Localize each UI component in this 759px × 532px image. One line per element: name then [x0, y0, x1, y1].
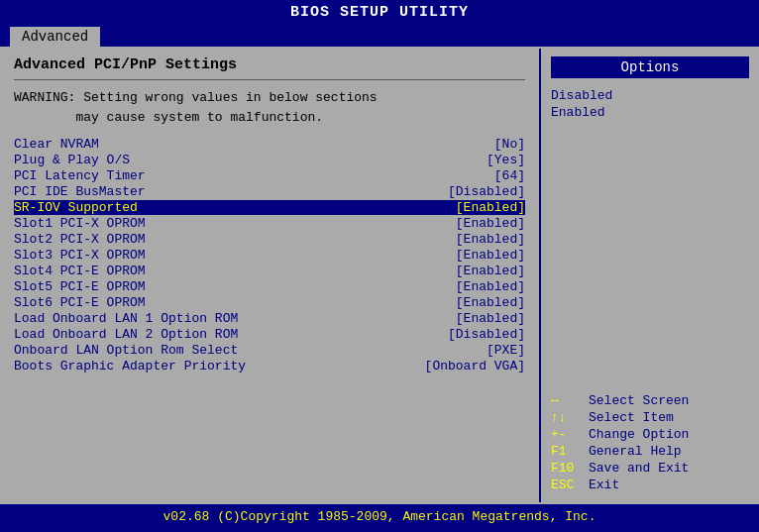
- panel-title: Advanced PCI/PnP Settings: [14, 56, 525, 73]
- key-desc-select-item: Select Item: [589, 410, 674, 425]
- key-sym-arrows: ↔: [551, 393, 581, 408]
- warning-text: WARNING: Setting wrong values in below s…: [14, 88, 525, 127]
- menu-item-lan-select[interactable]: Onboard LAN Option Rom Select [PXE]: [14, 343, 525, 358]
- footer: v02.68 (C)Copyright 1985-2009, American …: [0, 502, 759, 529]
- key-row-save-exit: F10 Save and Exit: [551, 461, 749, 476]
- left-panel: Advanced PCI/PnP Settings WARNING: Setti…: [0, 49, 541, 502]
- key-row-esc: ESC Exit: [551, 478, 749, 492]
- menu-item-slot6[interactable]: Slot6 PCI-E OPROM [Enabled]: [14, 295, 525, 310]
- menu-item-sr-iov[interactable]: SR-IOV Supported [Enabled]: [14, 200, 525, 215]
- key-desc-select-screen: Select Screen: [589, 393, 689, 408]
- key-row-general-help: F1 General Help: [551, 444, 749, 459]
- key-desc-save-exit: Save and Exit: [589, 461, 689, 476]
- key-help: ↔ Select Screen ↑↓ Select Item +- Change…: [551, 393, 749, 494]
- key-desc-general-help: General Help: [589, 444, 682, 459]
- options-header: Options: [551, 56, 749, 78]
- key-sym-plusminus: +-: [551, 427, 581, 442]
- menu-item-slot4[interactable]: Slot4 PCI-E OPROM [Enabled]: [14, 264, 525, 278]
- right-panel: Options Disabled Enabled ↔ Select Screen…: [541, 49, 759, 502]
- key-row-change-option: +- Change Option: [551, 427, 749, 442]
- footer-text: v02.68 (C)Copyright 1985-2009, American …: [163, 509, 596, 524]
- key-row-select-item: ↑↓ Select Item: [551, 410, 749, 425]
- menu-item-boots-graphic[interactable]: Boots Graphic Adapter Priority [Onboard …: [14, 359, 525, 373]
- key-sym-f10: F10: [551, 461, 581, 476]
- menu-item-lan2[interactable]: Load Onboard LAN 2 Option ROM [Disabled]: [14, 327, 525, 342]
- menu-list: Clear NVRAM [No] Plug & Play O/S [Yes] P…: [14, 137, 525, 373]
- panel-divider: [14, 79, 525, 80]
- menu-item-lan1[interactable]: Load Onboard LAN 1 Option ROM [Enabled]: [14, 311, 525, 326]
- menu-item-slot2[interactable]: Slot2 PCI-X OPROM [Enabled]: [14, 232, 525, 247]
- tab-row: Advanced: [0, 25, 759, 47]
- key-sym-updown: ↑↓: [551, 410, 581, 425]
- menu-item-clear-nvram[interactable]: Clear NVRAM [No]: [14, 137, 525, 152]
- option-enabled: Enabled: [551, 105, 749, 120]
- title-bar: BIOS SETUP UTILITY: [0, 0, 759, 25]
- menu-item-slot1[interactable]: Slot1 PCI-X OPROM [Enabled]: [14, 216, 525, 231]
- menu-item-slot5[interactable]: Slot5 PCI-E OPROM [Enabled]: [14, 279, 525, 294]
- key-row-select-screen: ↔ Select Screen: [551, 393, 749, 408]
- tab-advanced[interactable]: Advanced: [10, 27, 100, 47]
- menu-item-pci-ide[interactable]: PCI IDE BusMaster [Disabled]: [14, 184, 525, 199]
- menu-item-pci-latency[interactable]: PCI Latency Timer [64]: [14, 168, 525, 183]
- key-desc-esc: Exit: [589, 478, 619, 492]
- main-content: Advanced PCI/PnP Settings WARNING: Setti…: [0, 47, 759, 502]
- key-sym-esc: ESC: [551, 478, 581, 492]
- menu-item-slot3[interactable]: Slot3 PCI-X OPROM [Enabled]: [14, 248, 525, 263]
- key-sym-f1: F1: [551, 444, 581, 459]
- menu-item-plug-play[interactable]: Plug & Play O/S [Yes]: [14, 153, 525, 167]
- option-disabled: Disabled: [551, 88, 749, 103]
- app-title: BIOS SETUP UTILITY: [290, 4, 469, 21]
- key-desc-change-option: Change Option: [589, 427, 689, 442]
